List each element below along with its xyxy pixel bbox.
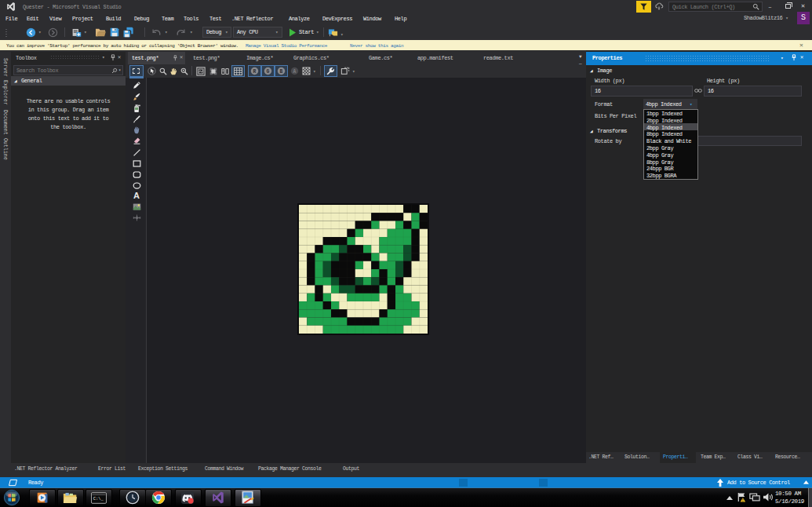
svg-text:C:\_: C:\_ bbox=[93, 496, 104, 502]
svg-text:R: R bbox=[253, 69, 257, 75]
svg-text:B: B bbox=[280, 69, 283, 75]
svg-text:G: G bbox=[267, 69, 270, 75]
svg-text:A: A bbox=[293, 69, 297, 75]
svg-text:!: ! bbox=[741, 498, 744, 502]
